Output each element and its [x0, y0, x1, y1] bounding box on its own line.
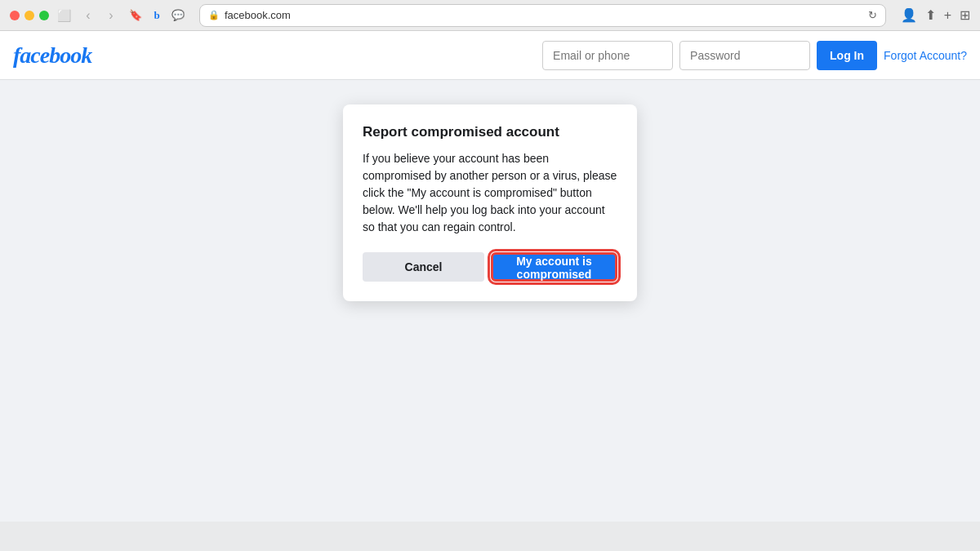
reload-icon[interactable]: ↻	[868, 9, 877, 21]
nav-login-area: Log In Forgot Account?	[542, 41, 967, 70]
traffic-lights	[10, 11, 49, 20]
address-bar[interactable]: 🔒 facebook.com ↻	[199, 4, 886, 27]
compromised-button[interactable]: My account is compromised	[491, 252, 617, 282]
login-button[interactable]: Log In	[817, 41, 877, 70]
share-icon[interactable]: ⬆	[925, 7, 936, 23]
extension-1-icon[interactable]: 🔖	[127, 7, 144, 24]
extension-icons: 🔖 b 💬	[127, 7, 186, 24]
facebook-logo: facebook	[13, 42, 91, 69]
back-button[interactable]: ‹	[78, 6, 98, 25]
sidebar-icon[interactable]: ⊞	[960, 7, 970, 23]
maximize-button[interactable]	[39, 11, 49, 20]
close-button[interactable]	[10, 11, 20, 20]
tab-switcher-icon[interactable]: ⬜	[56, 7, 72, 24]
modal-body: If you believe your account has been com…	[363, 150, 617, 236]
lock-icon: 🔒	[208, 10, 220, 20]
password-input[interactable]	[679, 41, 810, 70]
page-content: Report compromised account If you believ…	[0, 80, 980, 522]
modal-actions: Cancel My account is compromised	[363, 252, 617, 282]
profile-icon[interactable]: 👤	[901, 7, 917, 23]
modal-title: Report compromised account	[363, 124, 617, 140]
cancel-button[interactable]: Cancel	[363, 252, 484, 282]
navigation-arrows: ‹ ›	[78, 6, 121, 25]
new-tab-icon[interactable]: +	[944, 8, 951, 23]
email-input[interactable]	[542, 41, 673, 70]
extension-2-icon[interactable]: b	[149, 7, 165, 24]
url-text: facebook.com	[225, 9, 863, 21]
minimize-button[interactable]	[24, 11, 34, 20]
report-compromised-modal: Report compromised account If you believ…	[343, 104, 637, 301]
facebook-navbar: facebook Log In Forgot Account?	[0, 31, 980, 80]
forgot-account-link[interactable]: Forgot Account?	[884, 49, 967, 62]
browser-title-bar: ⬜ ‹ › 🔖 b 💬 🔒 facebook.com ↻ 👤 ⬆ + ⊞	[0, 0, 980, 31]
browser-actions: 👤 ⬆ + ⊞	[901, 7, 970, 23]
extension-3-icon[interactable]: 💬	[170, 7, 186, 24]
forward-button[interactable]: ›	[101, 6, 121, 25]
modal-overlay: Report compromised account If you believ…	[0, 104, 980, 301]
